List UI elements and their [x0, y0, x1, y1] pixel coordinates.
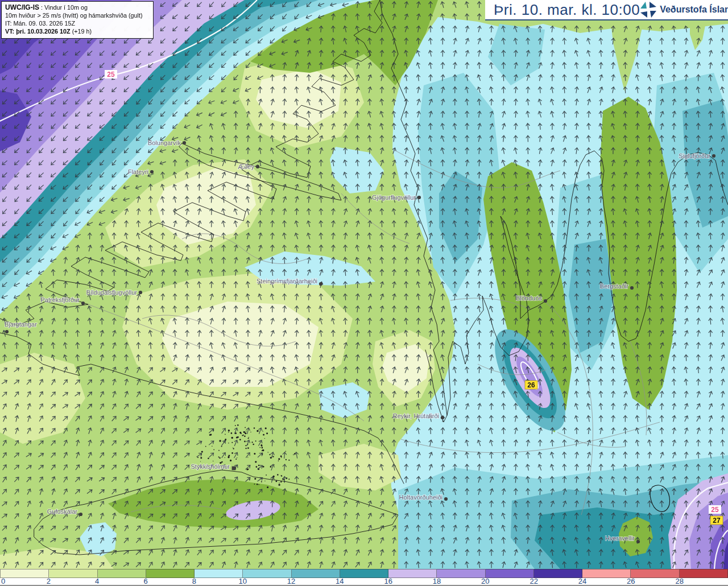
scale-tick-label: 2: [47, 577, 51, 585]
info-line-3: IT: Mán. 09. 03. 2026 15Z: [5, 20, 150, 28]
station-marker: [79, 513, 82, 516]
station-label: Hveravellir: [605, 535, 635, 542]
scale-segment: [631, 569, 679, 578]
station-marker: [319, 282, 322, 286]
scale-segment: [582, 569, 631, 578]
gust-value: 25: [711, 506, 719, 514]
station-label: Reykir, Hrútafirði: [393, 412, 439, 419]
wind-speed-scale: 0246810121416182022242628: [0, 569, 728, 586]
scale-segment: [388, 569, 437, 578]
scale-tick-label: 10: [238, 577, 246, 585]
info-line-2: 10m hviður > 25 m/s (hvítt) og hámarkshv…: [5, 12, 150, 20]
scale-segment: [243, 569, 291, 578]
info-line-4: VT: þri. 10.03.2026 10Z (+19 h): [5, 28, 150, 36]
station-label: Gjögurflugvöllur: [372, 194, 416, 201]
scale-tick-label: 0: [1, 577, 5, 585]
scale-segment: [292, 569, 340, 578]
scale-tick-label: 28: [675, 577, 683, 585]
station-marker: [630, 286, 634, 290]
station-label: Patreksfjörður: [41, 296, 80, 303]
station-marker: [441, 416, 444, 419]
station-label: Gufuskálar: [47, 508, 78, 515]
station-label: Bjargtangar: [5, 321, 37, 328]
scale-tick-label: 16: [384, 577, 392, 585]
scale-tick-label: 24: [578, 577, 586, 585]
title-strip: Þri. 10. mar. kl. 10:00 Veðurstofa Íslan…: [485, 0, 728, 20]
scale-tick-label: 18: [433, 577, 441, 585]
station-marker: [636, 540, 640, 543]
scale-segment: [49, 569, 97, 578]
station-label: Æðey: [238, 163, 254, 170]
scale-labels: 0246810121416182022242628: [0, 578, 728, 585]
scale-tick-label: 26: [627, 577, 635, 585]
gust-value: 27: [713, 517, 721, 525]
scale-segment: [534, 569, 582, 578]
valid-time: VT: þri. 10.03.2026 10Z: [5, 28, 71, 35]
gust-value: 26: [527, 381, 535, 389]
scale-tick-label: 12: [287, 577, 295, 585]
product-code: UWC/IG-IS: [5, 3, 39, 11]
scale-segment: [146, 569, 195, 578]
scale-tick-label: 20: [481, 577, 489, 585]
station-marker: [139, 291, 142, 294]
org-branding: Veðurstofa Íslands: [640, 1, 728, 18]
scale-segment: [437, 569, 485, 578]
weather-map-page: BolungarvíkFlateyriÆðeyGjögurflugvöllurS…: [0, 0, 728, 586]
station-label: Siglufjörður: [679, 152, 710, 159]
station-marker: [712, 154, 715, 158]
station-marker: [81, 302, 85, 305]
station-marker: [232, 467, 236, 471]
station-marker: [544, 299, 547, 303]
scale-tick-label: 14: [336, 577, 344, 585]
station-label: Flateyri: [128, 168, 148, 175]
station-marker: [183, 141, 186, 145]
station-label: Bolungarvík: [148, 139, 181, 146]
info-line-1: UWC/IG-IS : Vindur í 10m og: [5, 3, 150, 12]
scale-tick-label: 6: [143, 577, 147, 585]
vedurstofa-logo-icon: [640, 1, 657, 18]
scale-segment: [340, 569, 388, 578]
station-label: Bergstaðir: [600, 283, 628, 290]
scale-segment: [680, 569, 728, 578]
station-marker: [417, 196, 421, 199]
scale-tick-label: 4: [95, 577, 99, 585]
product-info-box: UWC/IG-IS : Vindur í 10m og 10m hviður >…: [1, 1, 154, 39]
station-label: Stykkishólmur: [191, 463, 230, 470]
station-marker: [256, 165, 259, 168]
scale-tick-label: 22: [530, 577, 537, 585]
scale-segment: [0, 569, 49, 578]
scale-segment: [195, 569, 243, 578]
org-name: Veðurstofa Íslands: [660, 5, 728, 15]
station-label: Blönduós: [516, 295, 542, 302]
station-label: Steingrímsfjarðarheiði: [257, 278, 317, 284]
scale-segment: [486, 569, 534, 578]
station-marker: [444, 497, 448, 501]
valid-time-title: Þri. 10. mar. kl. 10:00: [494, 1, 640, 19]
scale-segment: [98, 569, 146, 578]
scale-tick-label: 8: [192, 577, 196, 585]
station-marker: [150, 170, 154, 174]
station-label: Holtavörðuheiði: [399, 494, 442, 501]
gust-value: 25: [107, 71, 115, 79]
wind-map-canvas[interactable]: BolungarvíkFlateyriÆðeyGjögurflugvöllurS…: [0, 0, 728, 569]
station-marker: [5, 330, 9, 333]
scale-segments: [0, 569, 728, 578]
station-label: Bíldudalsflugvöllur: [86, 289, 138, 296]
